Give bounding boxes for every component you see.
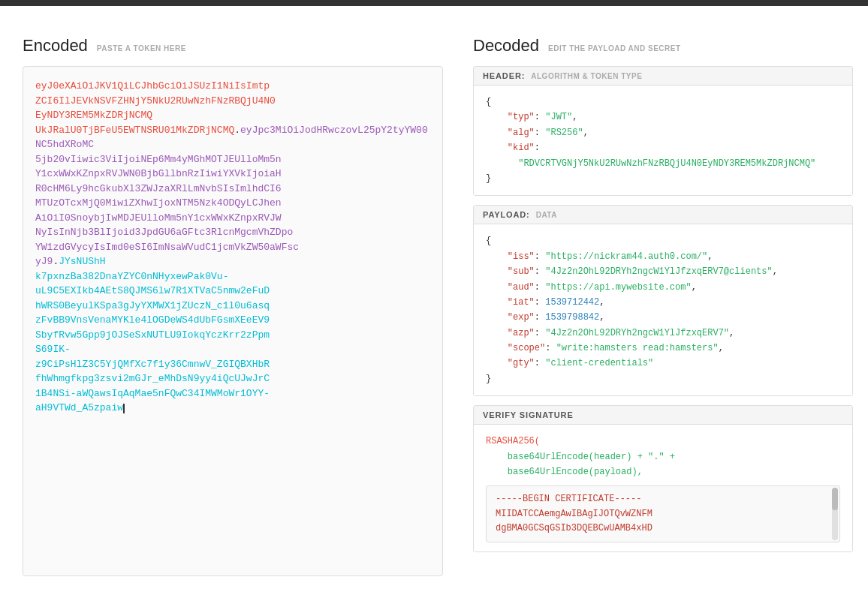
verify-fn-display: RSASHA256( base64UrlEncode(header) + "."…: [486, 434, 840, 479]
verify-body[interactable]: RSASHA256( base64UrlEncode(header) + "."…: [474, 425, 852, 551]
cert-scrollbar-thumb: [832, 488, 838, 510]
verify-fn-name: RSASHA256(: [486, 436, 540, 446]
payload-gty-val: "client-credentials": [545, 358, 653, 368]
header-json-close: }: [486, 173, 491, 184]
header-json-kid-key: "kid": [508, 143, 535, 153]
payload-scope-key: "scope": [508, 343, 545, 353]
cursor: [123, 404, 125, 413]
left-panel: Encoded PASTE A TOKEN HERE eyJ0eXAiOiJKV…: [0, 21, 458, 607]
cert-input-box[interactable]: -----BEGIN CERTIFICATE-----MIIDATCCAemgA…: [486, 485, 840, 542]
header-json-kid-val: "RDVCRTVGNjY5NkU2RUwNzhFNzRBQjU4N0EyNDY3…: [518, 158, 815, 169]
payload-iat-val: 1539712442: [545, 297, 599, 308]
payload-aud-val: "https://api.mywebsite.com": [545, 282, 691, 293]
payload-gty-key: "gty": [508, 358, 535, 368]
payload-scope-val: "write:hamsters read:hamsters": [556, 343, 719, 353]
verify-subsection: VERIFY SIGNATURE RSASHA256( base64UrlEnc…: [473, 405, 853, 552]
header-label: HEADER:: [483, 71, 525, 80]
payload-json-body[interactable]: { "iss": "https://nickram44.auth0.com/",…: [474, 224, 852, 395]
header-json-typ-key: "typ": [508, 112, 535, 122]
decoded-subtitle: EDIT THE PAYLOAD AND SECRET: [548, 44, 680, 53]
decoded-title: Decoded: [473, 36, 539, 56]
header-json-body[interactable]: { "typ": "JWT", "alg": "RS256", "kid": "…: [474, 86, 852, 195]
payload-sublabel: DATA: [536, 211, 557, 219]
payload-sub-key: "sub": [508, 266, 535, 277]
token-part2: eyJpc3MiOiJodHRwczovL25pY2tyYW00NC5hdXRo…: [35, 125, 428, 268]
payload-exp-val: 1539798842: [545, 312, 599, 323]
header-subsection: HEADER: ALGORITHM & TOKEN TYPE { "typ": …: [473, 66, 853, 196]
header-json-alg-val: "RS256": [545, 128, 583, 138]
header-json-colon1: :: [535, 112, 545, 122]
verify-fn-line2: base64UrlEncode(payload),: [508, 467, 643, 477]
header-json-typ-val: "JWT": [545, 112, 572, 122]
decoded-header: Decoded EDIT THE PAYLOAD AND SECRET: [473, 36, 853, 56]
payload-azp-val: "4Jz2n2OhL92DRYh2ngcW1YlJfzxqERV7": [545, 328, 729, 338]
payload-azp-key: "azp": [508, 328, 535, 338]
cert-scrollbar[interactable]: [832, 488, 838, 540]
payload-subsection-header: PAYLOAD: DATA: [474, 206, 852, 224]
payload-aud-key: "aud": [508, 282, 535, 293]
payload-iss-val: "https://nickram44.auth0.com/": [545, 251, 707, 262]
encoded-token-box[interactable]: eyJ0eXAiOiJKV1QiLCJhbGciOiJSUzI1NiIsImtp…: [23, 66, 443, 576]
payload-iss-key: "iss": [508, 251, 535, 262]
header-json-open: {: [486, 97, 491, 107]
header-sublabel: ALGORITHM & TOKEN TYPE: [531, 72, 642, 80]
header-json-alg-key: "alg": [508, 128, 535, 138]
header-subsection-header: HEADER: ALGORITHM & TOKEN TYPE: [474, 67, 852, 86]
cert-text: -----BEGIN CERTIFICATE-----MIIDATCCAemgA…: [496, 494, 653, 533]
token-part3: JYsNUShHk7pxnzBa382DnaYZYC0nNHyxewPak0Vu…: [35, 256, 270, 413]
encoded-header: Encoded PASTE A TOKEN HERE: [23, 36, 443, 56]
top-bar: [0, 0, 868, 6]
payload-label: PAYLOAD:: [483, 210, 530, 219]
main-container: Encoded PASTE A TOKEN HERE eyJ0eXAiOiJKV…: [0, 6, 868, 607]
verify-fn-line1: base64UrlEncode(header) + "." +: [508, 452, 675, 462]
verify-subsection-header: VERIFY SIGNATURE: [474, 406, 852, 425]
encoded-subtitle: PASTE A TOKEN HERE: [97, 44, 186, 53]
dot1: .: [234, 125, 240, 136]
payload-subsection: PAYLOAD: DATA { "iss": "https://nickram4…: [473, 205, 853, 396]
right-panel: Decoded EDIT THE PAYLOAD AND SECRET HEAD…: [458, 21, 868, 607]
payload-sub-val: "4Jz2n2OhL92DRYh2ngcW1YlJfzxqERV7@client…: [545, 266, 772, 277]
payload-exp-key: "exp": [508, 312, 535, 323]
encoded-title: Encoded: [23, 36, 88, 56]
verify-label: VERIFY SIGNATURE: [483, 410, 574, 419]
payload-iat-key: "iat": [508, 297, 535, 308]
